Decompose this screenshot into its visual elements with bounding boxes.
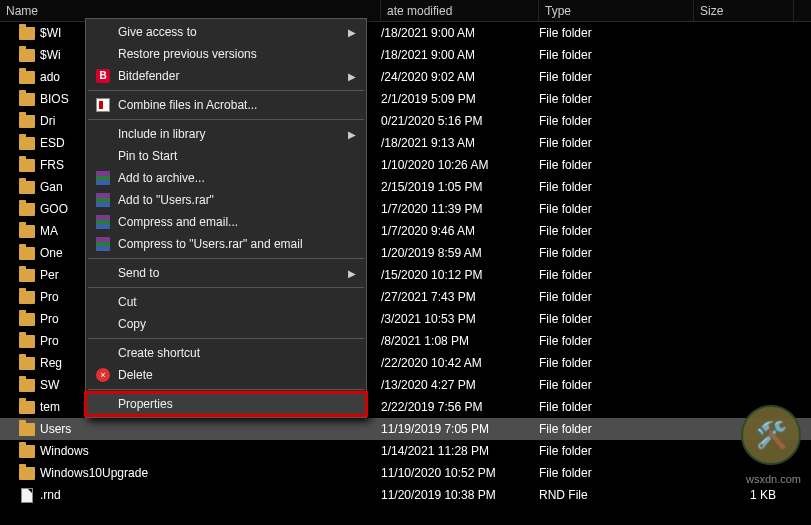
file-type: File folder (539, 378, 694, 392)
menu-item-label: Add to "Users.rar" (118, 193, 340, 207)
file-row[interactable]: Users11/19/2019 7:05 PMFile folder (0, 418, 811, 440)
rar-icon (92, 213, 114, 231)
file-date: 1/7/2020 9:46 AM (381, 224, 539, 238)
file-date: 2/22/2019 7:56 PM (381, 400, 539, 414)
file-row[interactable]: Windows10Upgrade11/10/2020 10:52 PMFile … (0, 462, 811, 484)
blank-icon (92, 45, 114, 63)
menu-item[interactable]: Add to "Users.rar" (86, 189, 366, 211)
file-date: 0/21/2020 5:16 PM (381, 114, 539, 128)
file-name: .rnd (40, 488, 381, 502)
menu-item-label: Cut (118, 295, 340, 309)
file-date: /18/2021 9:13 AM (381, 136, 539, 150)
folder-icon (18, 25, 36, 41)
menu-item-label: Combine files in Acrobat... (118, 98, 340, 112)
menu-separator (88, 119, 364, 120)
folder-icon (18, 465, 36, 481)
menu-item[interactable]: Compress to "Users.rar" and email (86, 233, 366, 255)
menu-item[interactable]: Give access to▶ (86, 21, 366, 43)
file-type: File folder (539, 422, 694, 436)
file-date: /18/2021 9:00 AM (381, 48, 539, 62)
folder-icon (18, 421, 36, 437)
menu-item[interactable]: Copy (86, 313, 366, 335)
file-type: File folder (539, 92, 694, 106)
menu-item[interactable]: Create shortcut (86, 342, 366, 364)
menu-item[interactable]: ×Delete (86, 364, 366, 386)
file-type: File folder (539, 466, 694, 480)
file-type: File folder (539, 180, 694, 194)
menu-item[interactable]: Send to▶ (86, 262, 366, 284)
bd-icon: B (92, 67, 114, 85)
menu-item-label: Compress to "Users.rar" and email (118, 237, 340, 251)
folder-icon (18, 377, 36, 393)
logo-badge: 🛠️ (741, 405, 801, 465)
file-explorer-window: Name ate modified Type Size $WI/18/2021 … (0, 0, 811, 525)
file-type: File folder (539, 136, 694, 150)
menu-item-label: Add to archive... (118, 171, 340, 185)
file-type: File folder (539, 312, 694, 326)
menu-item[interactable]: Combine files in Acrobat... (86, 94, 366, 116)
menu-item-label: Give access to (118, 25, 340, 39)
file-type: File folder (539, 444, 694, 458)
column-header-size[interactable]: Size (694, 0, 794, 21)
file-date: 11/10/2020 10:52 PM (381, 466, 539, 480)
file-date: /27/2021 7:43 PM (381, 290, 539, 304)
menu-separator (88, 338, 364, 339)
menu-separator (88, 90, 364, 91)
folder-icon (18, 311, 36, 327)
file-type: File folder (539, 290, 694, 304)
submenu-arrow-icon: ▶ (348, 268, 356, 279)
file-date: /24/2020 9:02 AM (381, 70, 539, 84)
file-date: /13/2020 4:27 PM (381, 378, 539, 392)
file-type: File folder (539, 334, 694, 348)
file-type: File folder (539, 224, 694, 238)
file-date: /22/2020 10:42 AM (381, 356, 539, 370)
menu-item-label: Compress and email... (118, 215, 340, 229)
menu-item[interactable]: Add to archive... (86, 167, 366, 189)
folder-icon (18, 179, 36, 195)
file-row[interactable]: .rnd11/20/2019 10:38 PMRND File1 KB (0, 484, 811, 506)
folder-icon (18, 355, 36, 371)
folder-icon (18, 69, 36, 85)
blank-icon (92, 125, 114, 143)
file-name: Users (40, 422, 381, 436)
menu-item-label: Pin to Start (118, 149, 340, 163)
blank-icon (92, 344, 114, 362)
menu-item[interactable]: BBitdefender▶ (86, 65, 366, 87)
context-menu[interactable]: Give access to▶Restore previous versions… (85, 18, 367, 418)
del-icon: × (92, 366, 114, 384)
folder-icon (18, 135, 36, 151)
file-type: File folder (539, 202, 694, 216)
menu-item[interactable]: Include in library▶ (86, 123, 366, 145)
folder-icon (18, 399, 36, 415)
menu-item-label: Send to (118, 266, 340, 280)
submenu-arrow-icon: ▶ (348, 27, 356, 38)
folder-icon (18, 157, 36, 173)
menu-item[interactable]: Restore previous versions (86, 43, 366, 65)
file-type: RND File (539, 488, 694, 502)
file-date: 2/15/2019 1:05 PM (381, 180, 539, 194)
file-type: File folder (539, 70, 694, 84)
column-header-type[interactable]: Type (539, 0, 694, 21)
file-icon (18, 487, 36, 503)
menu-item[interactable]: Cut (86, 291, 366, 313)
column-header-date-modified[interactable]: ate modified (381, 0, 539, 21)
file-name: Windows (40, 444, 381, 458)
file-row[interactable]: Windows1/14/2021 11:28 PMFile folder (0, 440, 811, 462)
file-date: /8/2021 1:08 PM (381, 334, 539, 348)
menu-item-label: Delete (118, 368, 340, 382)
folder-icon (18, 113, 36, 129)
watermark-text: wsxdn.com (746, 473, 801, 485)
menu-item[interactable]: Pin to Start (86, 145, 366, 167)
file-type: File folder (539, 356, 694, 370)
file-date: 1/14/2021 11:28 PM (381, 444, 539, 458)
blank-icon (92, 293, 114, 311)
file-type: File folder (539, 158, 694, 172)
blank-icon (92, 315, 114, 333)
menu-item[interactable]: Properties (86, 393, 366, 415)
menu-item[interactable]: Compress and email... (86, 211, 366, 233)
file-date: 1/10/2020 10:26 AM (381, 158, 539, 172)
rar-icon (92, 191, 114, 209)
blank-icon (92, 147, 114, 165)
blank-icon (92, 264, 114, 282)
menu-separator (88, 287, 364, 288)
